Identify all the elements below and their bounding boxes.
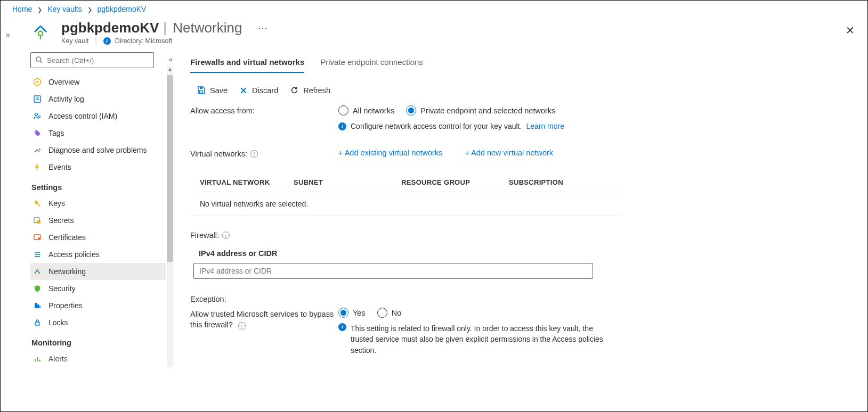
svg-point-20 (35, 273, 36, 274)
add-existing-vnet-link[interactable]: + Add existing virtual networks (338, 149, 442, 158)
radio-private-selected[interactable]: Private endpoint and selected networks (406, 105, 555, 116)
search-input[interactable] (47, 56, 149, 64)
tab-firewalls[interactable]: Firewalls and virtual networks (190, 54, 304, 73)
svg-point-8 (35, 113, 38, 116)
security-icon (33, 284, 42, 293)
svg-point-11 (35, 151, 36, 152)
save-button[interactable]: Save (197, 86, 228, 95)
access-policies-icon (33, 250, 42, 259)
firewall-label: Firewall: (190, 231, 219, 240)
svg-rect-23 (35, 303, 37, 308)
radio-icon (377, 308, 387, 318)
table-row-empty: No virtual networks are selected. (191, 193, 620, 215)
sidebar-search[interactable] (30, 52, 154, 68)
sidebar-item-secrets[interactable]: Secrets (30, 212, 166, 229)
breadcrumb: Home ❯ Key vaults ❯ pgbkpdemoKV (1, 1, 867, 15)
info-hint-icon[interactable]: i (250, 150, 258, 158)
properties-icon (33, 301, 42, 310)
sidebar-item-certificates[interactable]: Certificates (30, 229, 166, 246)
svg-point-21 (39, 273, 40, 274)
virtual-networks-table: VIRTUAL NETWORK SUBNET RESOURCE GROUP SU… (190, 172, 621, 216)
scroll-thumb[interactable] (167, 75, 173, 262)
learn-more-link[interactable]: Learn more (526, 122, 564, 130)
page-section-title: Networking (173, 20, 242, 36)
bypass-question-label: Allow trusted Microsoft services to bypa… (190, 310, 334, 329)
diagnose-icon (33, 146, 42, 154)
discard-icon (239, 86, 248, 95)
events-icon (33, 163, 42, 171)
svg-line-2 (40, 61, 42, 63)
sidebar-item-access-control[interactable]: Access control (IAM) (30, 108, 166, 125)
allow-access-label: Allow access from: (190, 105, 338, 130)
tags-icon (33, 129, 42, 137)
sidebar-item-keys[interactable]: Keys (30, 195, 166, 212)
sidebar-item-networking[interactable]: Networking (30, 263, 166, 280)
radio-icon (406, 105, 416, 116)
radio-bypass-no[interactable]: No (377, 308, 402, 318)
save-icon (197, 86, 206, 95)
svg-point-4 (36, 81, 38, 83)
page-title: pgbkpdemoKV (61, 20, 159, 36)
info-hint-icon[interactable]: i (238, 322, 246, 329)
radio-bypass-yes[interactable]: Yes (338, 308, 366, 318)
breadcrumb-resource[interactable]: pgbkpdemoKV (98, 5, 147, 13)
info-hint-icon[interactable]: i (222, 232, 230, 239)
discard-button[interactable]: Discard (239, 86, 278, 95)
sidebar-item-events[interactable]: Events (30, 159, 166, 176)
ip-cidr-input[interactable] (193, 263, 593, 279)
refresh-button[interactable]: Refresh (290, 86, 330, 95)
more-actions-icon[interactable]: ⋯ (258, 22, 269, 34)
sidebar-item-tags[interactable]: Tags (30, 125, 166, 142)
svg-point-22 (37, 269, 38, 271)
radio-all-networks[interactable]: All networks (338, 105, 394, 116)
sidebar-item-security[interactable]: Security (30, 280, 166, 297)
svg-rect-31 (200, 87, 202, 89)
radio-icon (338, 308, 348, 318)
sidebar-item-locks[interactable]: Locks (30, 314, 166, 331)
svg-rect-24 (37, 304, 39, 308)
table-header-sub: SUBSCRIPTION (509, 173, 620, 192)
collapse-sidebar-icon[interactable]: « (169, 55, 173, 63)
table-header-subnet: SUBNET (294, 173, 400, 192)
sidebar-item-properties[interactable]: Properties (30, 297, 166, 314)
tab-private-endpoint[interactable]: Private endpoint connections (320, 54, 423, 73)
sidebar-section-monitoring: Monitoring (30, 331, 166, 350)
access-control-icon (33, 112, 42, 120)
info-icon: i (338, 323, 346, 331)
activity-log-icon (33, 95, 42, 103)
exception-label: Exception: (190, 295, 226, 303)
close-icon[interactable]: ✕ (846, 24, 855, 37)
svg-rect-25 (39, 306, 40, 308)
table-header-rg: RESOURCE GROUP (401, 173, 508, 192)
directory-label: Directory: Microsoft (115, 37, 173, 45)
radio-icon (338, 105, 348, 116)
svg-rect-26 (35, 322, 39, 325)
sidebar-section-settings: Settings (30, 176, 166, 195)
resource-type-label: Key vault (61, 37, 88, 45)
svg-point-16 (38, 237, 40, 240)
sidebar-item-diagnose[interactable]: Diagnose and solve problems (30, 142, 166, 159)
ip-cidr-header: IPv4 address or CIDR (199, 249, 789, 258)
overview-icon (33, 78, 42, 86)
svg-rect-30 (200, 90, 203, 93)
sidebar-scrollbar[interactable]: ▲ (167, 66, 173, 367)
search-icon (35, 56, 43, 65)
access-info-text: Configure network access control for you… (351, 122, 522, 130)
breadcrumb-keyvaults[interactable]: Key vaults (47, 5, 82, 13)
sidebar-item-overview[interactable]: Overview (30, 73, 166, 90)
svg-point-0 (38, 31, 43, 36)
svg-rect-27 (35, 359, 36, 361)
sidebar-item-activity-log[interactable]: Activity log (30, 90, 166, 108)
breadcrumb-home[interactable]: Home (12, 5, 32, 13)
svg-rect-5 (34, 96, 40, 102)
sidebar-item-alerts[interactable]: Alerts (30, 350, 166, 367)
add-new-vnet-link[interactable]: + Add new virtual network (465, 149, 553, 158)
breadcrumb-separator-icon: ❯ (87, 6, 92, 13)
bypass-note: This setting is related to firewall only… (351, 323, 605, 356)
svg-rect-28 (37, 357, 38, 361)
sidebar-item-access-policies[interactable]: Access policies (30, 246, 166, 263)
svg-rect-29 (39, 360, 40, 361)
svg-point-9 (39, 116, 40, 118)
scroll-up-icon[interactable]: ▲ (167, 66, 173, 72)
keys-icon (33, 199, 42, 208)
